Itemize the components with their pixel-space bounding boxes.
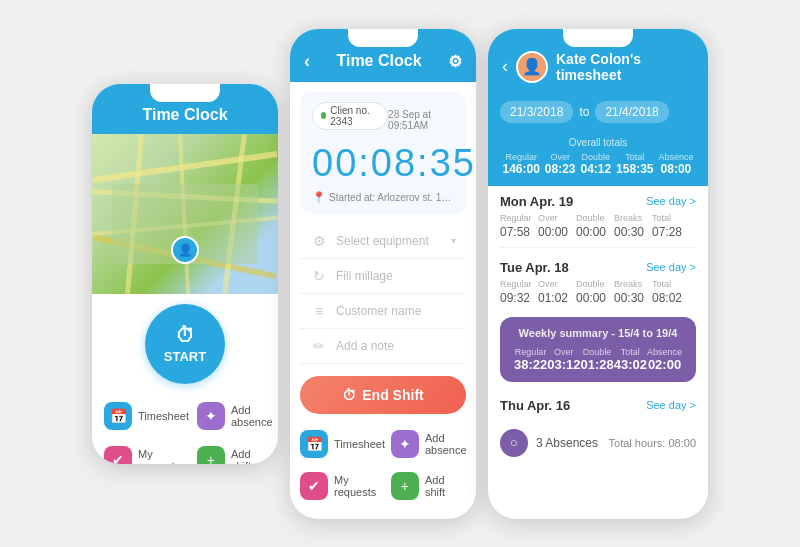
- timer-date: 28 Sep at 09:51AM: [388, 109, 454, 131]
- see-day-tue[interactable]: See day >: [646, 261, 696, 273]
- phone-1-notch: [150, 84, 220, 102]
- p3-back-button[interactable]: ‹: [502, 56, 508, 77]
- customer-icon: ≡: [310, 303, 328, 319]
- total-total-label: Total: [616, 152, 653, 162]
- total-regular-value: 146:00: [502, 162, 539, 176]
- end-shift-label: End Shift: [362, 387, 423, 403]
- day-label-mon: Mon Apr. 19: [500, 194, 573, 209]
- user-avatar: 👤: [516, 51, 548, 83]
- col-breaks-tue: Breaks 00:30: [614, 279, 652, 305]
- total-absence: Absence 08:00: [658, 152, 693, 176]
- customer-placeholder: Customer name: [336, 304, 421, 318]
- col-double-mon: Double 00:00: [576, 213, 614, 239]
- end-shift-icon: ⏱: [342, 387, 356, 403]
- equipment-placeholder: Select equipment: [336, 234, 429, 248]
- total-total: Total 158:35: [616, 152, 653, 176]
- p2-my-requests-label: My requests: [334, 474, 385, 498]
- p2-add-shift-label: Add shift: [425, 474, 467, 498]
- totals-values-row: Regular 146:00 Over 08:23 Double 04:12 T…: [500, 152, 696, 176]
- p2-add-shift-icon: +: [391, 472, 419, 500]
- weekly-summary-panel: Weekly summary - 15/4 to 19/4 Regular 38…: [500, 317, 696, 382]
- my-requests-icon: ✔: [104, 446, 132, 464]
- weekly-total: Total 43:02: [614, 347, 647, 372]
- total-absence-value: 08:00: [658, 162, 693, 176]
- absence-left: ○ 3 Absences: [500, 429, 598, 457]
- back-button[interactable]: ‹: [304, 51, 310, 72]
- menu-item-add-shift[interactable]: + Add shift: [193, 438, 277, 464]
- weekly-summary-title: Weekly summary - 15/4 to 19/4: [514, 327, 682, 339]
- col-over-mon: Over 00:00: [538, 213, 576, 239]
- location-text: Started at: Arlozerov st. 1112, Tel Aviv…: [329, 192, 454, 203]
- client-badge: Clien no. 2343: [312, 102, 388, 130]
- timer-display: 00:08:35: [312, 142, 454, 185]
- col-total-mon: Total 07:28: [652, 213, 690, 239]
- totals-label: Overall totals: [500, 137, 696, 148]
- p2-menu-timesheet[interactable]: 📅 Timesheet: [300, 426, 385, 462]
- day-header-tue: Tue Apr. 18 See day >: [500, 260, 696, 275]
- bottom-menu: 📅 Timesheet ✦ Add absence ✔ My requests …: [92, 394, 278, 464]
- day-cols-mon: Regular 07:58 Over 00:00 Double 00:00 Br…: [500, 213, 696, 239]
- weekly-over: Over 03:12: [547, 347, 580, 372]
- see-day-mon[interactable]: See day >: [646, 195, 696, 207]
- millage-icon: ↻: [310, 268, 328, 284]
- start-label: START: [164, 349, 206, 364]
- client-number: Clien no. 2343: [330, 105, 379, 127]
- p2-my-requests-icon: ✔: [300, 472, 328, 500]
- total-absence-label: Absence: [658, 152, 693, 162]
- day-section-mon: Mon Apr. 19 See day > Regular 07:58 Over…: [488, 186, 708, 243]
- map-user-avatar: 👤: [171, 236, 199, 264]
- day-section-thu: Thu Apr. 16 See day >: [488, 390, 708, 421]
- menu-item-timesheet[interactable]: 📅 Timesheet: [100, 394, 193, 438]
- add-note-row[interactable]: ✏ Add a note: [300, 329, 466, 364]
- p2-add-absence-label: Add absence: [425, 432, 467, 456]
- stopwatch-icon: ⏱: [175, 324, 195, 347]
- p2-menu-add-shift[interactable]: + Add shift: [391, 468, 467, 504]
- timesheet-icon: 📅: [104, 402, 132, 430]
- menu-item-my-requests[interactable]: ✔ My requests: [100, 438, 193, 464]
- date-to-label: to: [579, 105, 589, 119]
- phone-2-title: Time Clock: [336, 52, 421, 70]
- select-equipment-row[interactable]: ⚙ Select equipment ▾: [300, 224, 466, 259]
- divider-1: [500, 247, 696, 248]
- gear-icon[interactable]: ⚙: [448, 52, 462, 71]
- status-dot: [321, 112, 326, 119]
- col-total-tue: Total 08:02: [652, 279, 690, 305]
- start-button[interactable]: ⏱ START: [145, 304, 225, 384]
- timesheet-body: Mon Apr. 19 See day > Regular 07:58 Over…: [488, 186, 708, 519]
- total-over: Over 08:23: [545, 152, 576, 176]
- day-cols-tue: Regular 09:32 Over 01:02 Double 00:00 Br…: [500, 279, 696, 305]
- overall-totals: Overall totals Regular 146:00 Over 08:23…: [488, 131, 708, 186]
- p2-menu-add-absence[interactable]: ✦ Add absence: [391, 426, 467, 462]
- customer-name-row[interactable]: ≡ Customer name: [300, 294, 466, 329]
- date-from-pill[interactable]: 21/3/2018: [500, 101, 573, 123]
- p2-bottom-menu: 📅 Timesheet ✦ Add absence ✔ My requests …: [300, 426, 466, 510]
- p2-menu-my-requests[interactable]: ✔ My requests: [300, 468, 385, 504]
- fill-millage-row[interactable]: ↻ Fill millage: [300, 259, 466, 294]
- phone-1-title: Time Clock: [142, 106, 227, 123]
- see-day-thu[interactable]: See day >: [646, 399, 696, 411]
- end-shift-button[interactable]: ⏱ End Shift: [300, 376, 466, 414]
- note-placeholder: Add a note: [336, 339, 394, 353]
- date-to-pill[interactable]: 21/4/2018: [595, 101, 668, 123]
- menu-item-add-absence[interactable]: ✦ Add absence: [193, 394, 277, 438]
- p2-timesheet-icon: 📅: [300, 430, 328, 458]
- location-icon: 📍: [312, 191, 326, 204]
- phone-2: ‹ Time Clock ⚙ Clien no. 2343 28 Sep at …: [290, 29, 476, 519]
- add-shift-icon: +: [197, 446, 225, 464]
- map-background: 👤: [92, 134, 278, 294]
- note-icon: ✏: [310, 338, 328, 354]
- total-regular: Regular 146:00: [502, 152, 539, 176]
- weekly-double: Double 01:28: [581, 347, 614, 372]
- add-shift-label: Add shift: [231, 448, 273, 464]
- chevron-down-icon: ▾: [451, 235, 456, 246]
- weekly-absence: Absence 02:00: [647, 347, 682, 372]
- total-total-value: 158:35: [616, 162, 653, 176]
- day-label-thu: Thu Apr. 16: [500, 398, 570, 413]
- my-requests-label: My requests: [138, 448, 189, 464]
- absences-row: ○ 3 Absences Total hours: 08:00: [488, 421, 708, 465]
- weekly-regular: Regular 38:22: [514, 347, 547, 372]
- phone-1: Time Clock 👤 ⏱ START 📅 Timeshe: [92, 84, 278, 464]
- phone-2-body: Clien no. 2343 28 Sep at 09:51AM 00:08:3…: [290, 82, 476, 519]
- date-range-row: 21/3/2018 to 21/4/2018: [488, 93, 708, 131]
- total-regular-label: Regular: [502, 152, 539, 162]
